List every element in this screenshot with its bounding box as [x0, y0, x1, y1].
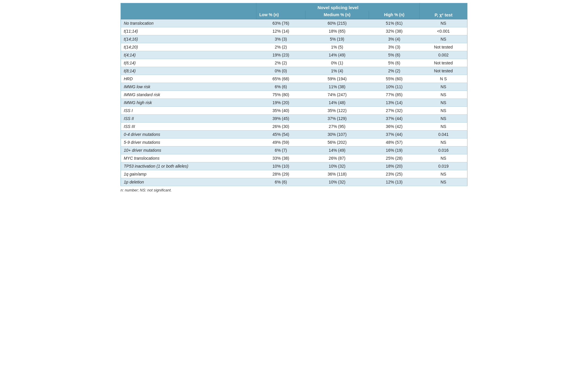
table-row: 1q gain/amp28% (29)36% (118)23% (25)NS: [121, 170, 467, 178]
row-medium: 56% (202): [305, 139, 369, 146]
row-low: 39% (45): [256, 115, 305, 123]
table-row: TP53 inactivation (1 or both alleles)10%…: [121, 162, 467, 170]
low-col-header: Low % (n): [256, 11, 305, 19]
row-high: 2% (2): [369, 67, 420, 75]
table-row: 5-9 driver mutations49% (59)56% (202)48%…: [121, 139, 467, 146]
table-body: No translocation63% (76)60% (215)51% (61…: [121, 19, 467, 186]
row-pvalue: 0.041: [420, 131, 467, 139]
row-medium: 35% (122): [305, 107, 369, 115]
table-row: ISS I35% (40)35% (122)27% (32)NS: [121, 107, 467, 115]
row-pvalue: NS: [420, 123, 467, 131]
row-label: IMWG high risk: [121, 99, 256, 107]
main-table-container: Novel splicing level P, χ² test Low % (n…: [121, 3, 467, 192]
row-high: 51% (61): [369, 19, 420, 27]
table-row: 0-4 driver mutations45% (54)30% (107)37%…: [121, 131, 467, 139]
table-row: t(14;16)3% (3)5% (19)3% (4)NS: [121, 35, 467, 43]
row-medium: 14% (48): [305, 99, 369, 107]
table-row: t(14;20)2% (2)1% (5)3% (3)Not tested: [121, 43, 467, 51]
pvalue-label: P, χ² test: [435, 12, 452, 17]
row-pvalue: 0.002: [420, 51, 467, 59]
row-medium: 14% (49): [305, 51, 369, 59]
row-low: 28% (29): [256, 170, 305, 178]
row-pvalue: Not tested: [420, 59, 467, 67]
row-high: 18% (20): [369, 162, 420, 170]
row-pvalue: NS: [420, 99, 467, 107]
row-label: TP53 inactivation (1 or both alleles): [121, 162, 256, 170]
row-label: ISS III: [121, 123, 256, 131]
row-high: 12% (13): [369, 178, 420, 186]
row-low: 26% (30): [256, 123, 305, 131]
row-low: 6% (6): [256, 83, 305, 91]
row-high: 5% (6): [369, 51, 420, 59]
row-pvalue: NS: [420, 115, 467, 123]
row-high: 37% (44): [369, 115, 420, 123]
row-label: 10+ driver mutations: [121, 146, 256, 154]
row-pvalue: Not tested: [420, 67, 467, 75]
row-high: 77% (85): [369, 91, 420, 99]
row-high: 16% (19): [369, 146, 420, 154]
row-low: 3% (3): [256, 35, 305, 43]
row-pvalue: 0.019: [420, 162, 467, 170]
row-high: 3% (3): [369, 43, 420, 51]
row-low: 6% (6): [256, 178, 305, 186]
row-high: 32% (38): [369, 27, 420, 35]
row-high: 27% (32): [369, 107, 420, 115]
row-medium: 1% (5): [305, 43, 369, 51]
table-row: 1p deletion6% (6)10% (32)12% (13)NS: [121, 178, 467, 186]
row-medium: 30% (107): [305, 131, 369, 139]
table-row: ISS III26% (30)27% (95)36% (42)NS: [121, 123, 467, 131]
row-medium: 36% (118): [305, 170, 369, 178]
row-high: 10% (11): [369, 83, 420, 91]
row-label: 5-9 driver mutations: [121, 139, 256, 146]
row-high: 48% (57): [369, 139, 420, 146]
table-row: No translocation63% (76)60% (215)51% (61…: [121, 19, 467, 27]
row-label: t(4;14): [121, 51, 256, 59]
row-high: 36% (42): [369, 123, 420, 131]
row-label: t(14;16): [121, 35, 256, 43]
row-pvalue: Not tested: [420, 43, 467, 51]
row-medium: 37% (129): [305, 115, 369, 123]
row-medium: 74% (247): [305, 91, 369, 99]
row-medium: 0% (1): [305, 59, 369, 67]
row-label: 1q gain/amp: [121, 170, 256, 178]
pvalue-header-empty: P, χ² test: [420, 3, 467, 19]
row-label: ISS I: [121, 107, 256, 115]
row-label: IMWG low risk: [121, 83, 256, 91]
row-label: t(11;14): [121, 27, 256, 35]
table-row: IMWG high risk19% (20)14% (48)13% (14)NS: [121, 99, 467, 107]
row-medium: 11% (38): [305, 83, 369, 91]
row-pvalue: <0.001: [420, 27, 467, 35]
table-row: HRD65% (68)59% (194)55% (60)N S: [121, 75, 467, 83]
row-medium: 60% (215): [305, 19, 369, 27]
row-medium: 14% (49): [305, 146, 369, 154]
row-low: 2% (2): [256, 59, 305, 67]
row-label: IMWG standard risk: [121, 91, 256, 99]
row-medium: 10% (32): [305, 178, 369, 186]
row-pvalue: NS: [420, 19, 467, 27]
row-medium: 1% (4): [305, 67, 369, 75]
row-high: 3% (4): [369, 35, 420, 43]
row-medium: 27% (95): [305, 123, 369, 131]
row-low: 75% (80): [256, 91, 305, 99]
table-row: t(11;14)12% (14)18% (65)32% (38)<0.001: [121, 27, 467, 35]
row-medium: 59% (194): [305, 75, 369, 83]
row-low: 0% (0): [256, 67, 305, 75]
row-pvalue: N S: [420, 75, 467, 83]
table-row: IMWG low risk6% (6)11% (38)10% (11)NS: [121, 83, 467, 91]
row-medium: 5% (19): [305, 35, 369, 43]
row-high: 55% (60): [369, 75, 420, 83]
row-low: 6% (7): [256, 146, 305, 154]
row-label: t(6;14): [121, 59, 256, 67]
row-pvalue: NS: [420, 107, 467, 115]
row-label: MYC translocations: [121, 154, 256, 162]
top-header-row: Novel splicing level P, χ² test: [121, 3, 467, 11]
row-high: 5% (6): [369, 59, 420, 67]
row-pvalue: 0.016: [420, 146, 467, 154]
table-row: ISS II39% (45)37% (129)37% (44)NS: [121, 115, 467, 123]
table-row: t(6;14)2% (2)0% (1)5% (6)Not tested: [121, 59, 467, 67]
row-label: 0-4 driver mutations: [121, 131, 256, 139]
row-medium: 26% (87): [305, 154, 369, 162]
row-label: t(8;14): [121, 67, 256, 75]
row-pvalue: NS: [420, 35, 467, 43]
row-pvalue: NS: [420, 139, 467, 146]
